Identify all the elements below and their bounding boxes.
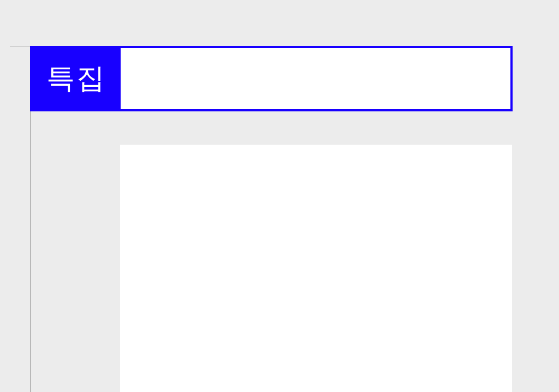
section-badge-text: 특집 — [46, 60, 106, 98]
section-badge: 특집 — [32, 48, 121, 109]
header-banner: 특집 — [30, 46, 513, 111]
margin-tick-top — [10, 46, 30, 46]
header-title-area — [121, 48, 510, 109]
content-body — [120, 145, 512, 392]
